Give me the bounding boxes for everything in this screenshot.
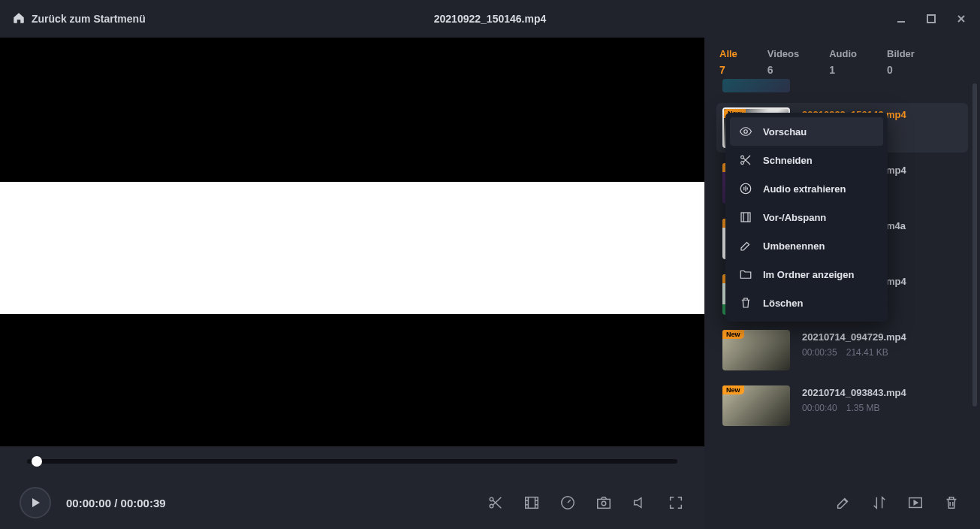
minimize-button[interactable]	[888, 6, 914, 32]
menu-label: Im Ordner anzeigen	[763, 269, 854, 280]
video-preview[interactable]	[0, 38, 704, 446]
seek-knob[interactable]	[32, 456, 42, 467]
list-item[interactable]: New 20210714_093843.mp4 00:00:401.35 MB	[716, 381, 968, 431]
back-label: Zurück zum Startmenü	[32, 13, 146, 25]
file-meta: 00:00:401.35 MB	[802, 403, 906, 413]
play-button[interactable]	[20, 487, 51, 518]
thumbnail	[722, 79, 790, 92]
tab-label: Audio	[829, 48, 857, 59]
svg-rect-0	[927, 15, 935, 23]
tab-count: 0	[887, 64, 915, 76]
close-button[interactable]	[948, 6, 974, 32]
menu-label: Umbenennen	[763, 240, 825, 252]
home-icon	[12, 11, 26, 27]
svg-rect-12	[741, 213, 750, 222]
svg-point-10	[741, 162, 744, 165]
eye-icon	[739, 125, 752, 138]
cut-icon[interactable]	[487, 494, 505, 512]
tab-label: Bilder	[887, 48, 915, 59]
menu-extract-audio[interactable]: Audio extrahieren	[730, 174, 883, 203]
tab-count: 6	[767, 64, 799, 76]
new-badge: New	[722, 330, 744, 339]
export-icon[interactable]	[906, 494, 924, 512]
tab-count: 7	[719, 64, 737, 76]
context-menu: Vorschau Schneiden Audio extrahieren Vor…	[725, 113, 888, 322]
fullscreen-icon[interactable]	[667, 494, 685, 512]
menu-cut[interactable]: Schneiden	[730, 146, 883, 174]
thumbnail: New	[722, 385, 790, 426]
menu-label: Audio extrahieren	[763, 183, 846, 195]
seek-bar[interactable]	[27, 459, 677, 464]
tab-audio[interactable]: Audio 1	[829, 48, 857, 76]
menu-label: Schneiden	[763, 155, 813, 166]
svg-point-9	[741, 156, 744, 159]
menu-label: Löschen	[763, 298, 803, 309]
svg-rect-5	[598, 499, 611, 508]
maximize-button[interactable]	[918, 6, 944, 32]
list-item[interactable]	[716, 79, 968, 97]
time-display: 00:00:00 / 00:00:39	[66, 497, 166, 509]
menu-delete[interactable]: Löschen	[730, 289, 883, 317]
tab-videos[interactable]: Videos 6	[767, 48, 799, 76]
back-to-startmenu[interactable]: Zurück zum Startmenü	[12, 11, 146, 27]
svg-point-1	[490, 497, 493, 501]
menu-show-in-folder[interactable]: Im Ordner anzeigen	[730, 260, 883, 289]
video-content	[0, 182, 704, 314]
snapshot-icon[interactable]	[595, 494, 613, 512]
pencil-icon	[739, 239, 752, 252]
scrollbar[interactable]	[972, 83, 977, 407]
tab-count: 1	[829, 64, 857, 76]
thumbnail: New	[722, 330, 790, 370]
file-name: 20210714_093843.mp4	[802, 387, 906, 398]
edit-icon[interactable]	[834, 494, 852, 512]
svg-rect-3	[526, 497, 538, 509]
list-item[interactable]: New 20210714_094729.mp4 00:00:35214.41 K…	[716, 325, 968, 375]
menu-label: Vor-/Abspann	[763, 212, 826, 223]
speed-icon[interactable]	[559, 494, 577, 512]
film-icon	[739, 210, 752, 224]
tab-all[interactable]: Alle 7	[719, 48, 737, 76]
tab-label: Videos	[767, 48, 799, 59]
delete-icon[interactable]	[942, 494, 960, 512]
tab-images[interactable]: Bilder 0	[887, 48, 915, 76]
menu-rename[interactable]: Umbenennen	[730, 231, 883, 260]
tab-label: Alle	[719, 48, 737, 59]
file-meta: 00:00:35214.41 KB	[802, 347, 906, 358]
volume-icon[interactable]	[631, 494, 649, 512]
window-title: 20210922_150146.mp4	[434, 13, 546, 25]
audio-icon	[739, 182, 752, 195]
new-badge: New	[722, 385, 744, 394]
scissors-icon	[739, 153, 752, 167]
svg-point-8	[744, 130, 748, 134]
menu-label: Vorschau	[763, 126, 807, 138]
menu-preview[interactable]: Vorschau	[730, 117, 883, 146]
svg-point-2	[490, 504, 493, 508]
frames-icon[interactable]	[523, 494, 541, 512]
svg-point-6	[602, 501, 606, 506]
sort-icon[interactable]	[870, 494, 888, 512]
folder-icon	[739, 268, 752, 281]
trash-icon	[739, 296, 752, 310]
menu-intro-outro[interactable]: Vor-/Abspann	[730, 203, 883, 231]
file-name: 20210714_094729.mp4	[802, 331, 906, 343]
